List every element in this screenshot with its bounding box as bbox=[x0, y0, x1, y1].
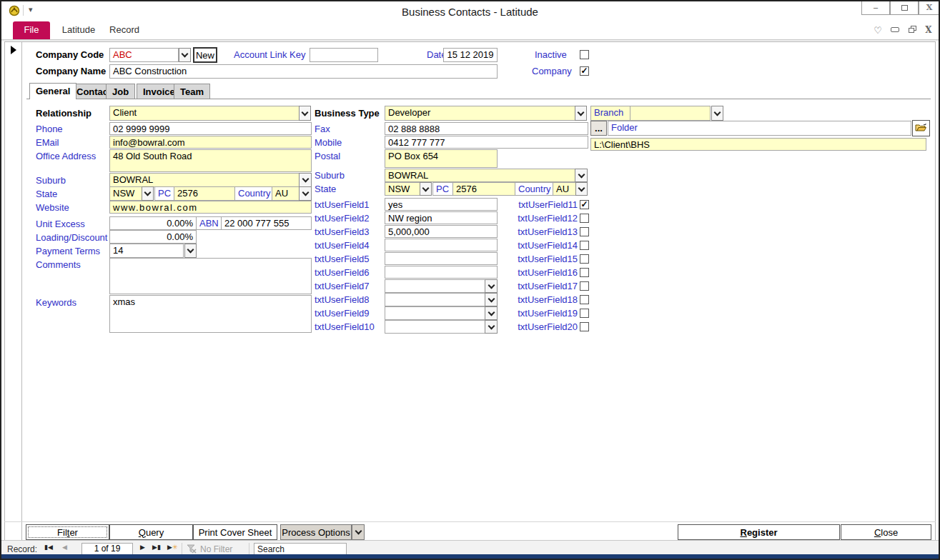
txtuserfield4-input[interactable] bbox=[385, 239, 498, 251]
txtuserfield7-combo[interactable] bbox=[385, 279, 485, 293]
company-code-dropdown-icon[interactable] bbox=[179, 48, 191, 62]
branch-combo[interactable] bbox=[630, 106, 711, 121]
process-options-combo[interactable]: Process Options bbox=[280, 524, 352, 540]
pc-input[interactable]: 2576 bbox=[174, 186, 235, 201]
relationship-combo[interactable]: Client bbox=[109, 106, 300, 121]
txtuserfield19-checkbox[interactable] bbox=[580, 309, 589, 318]
tab-team[interactable]: Team bbox=[174, 84, 210, 99]
txtuserfield8-combo[interactable] bbox=[385, 293, 485, 306]
website-input[interactable]: www.bowral.com bbox=[109, 201, 312, 214]
company-code-combo[interactable]: ABC bbox=[109, 48, 179, 62]
suburb2-dropdown-icon[interactable] bbox=[575, 169, 588, 182]
process-options-dropdown-icon[interactable] bbox=[352, 524, 365, 540]
no-filter-button[interactable]: No Filter bbox=[200, 544, 232, 554]
branch-dropdown-icon[interactable] bbox=[711, 106, 723, 121]
ribbon-tab-latitude[interactable]: Latitude bbox=[59, 21, 99, 39]
txtuserfield10-combo[interactable] bbox=[385, 320, 485, 334]
business-type-dropdown-icon[interactable] bbox=[575, 106, 587, 121]
suburb-combo[interactable]: BOWRAL bbox=[109, 173, 300, 187]
txtuserfield9-dropdown-icon[interactable] bbox=[485, 306, 498, 320]
txtuserfield13-checkbox[interactable] bbox=[580, 227, 589, 236]
txtuserfield7-dropdown-icon[interactable] bbox=[485, 279, 498, 293]
company-checkbox[interactable]: ✓ bbox=[580, 66, 589, 76]
form-restore-icon[interactable] bbox=[906, 25, 918, 35]
ribbon-tab-file[interactable]: File bbox=[13, 21, 50, 39]
suburb-dropdown-icon[interactable] bbox=[299, 173, 312, 187]
payment-terms-combo[interactable]: 14 bbox=[109, 244, 184, 258]
txtuserfield11-checkbox[interactable]: ✓ bbox=[580, 200, 589, 209]
record-nav-label: Record: bbox=[7, 544, 37, 554]
next-record-icon[interactable]: ▶ bbox=[140, 544, 145, 551]
txtuserfield18-checkbox[interactable] bbox=[580, 295, 589, 304]
folder-path-field[interactable]: L:\Client\BHS bbox=[590, 138, 926, 151]
unit-excess-input[interactable]: 0.00% bbox=[109, 216, 197, 230]
first-record-icon[interactable]: ▮◀ bbox=[44, 544, 53, 551]
payment-terms-dropdown-icon[interactable] bbox=[184, 244, 197, 258]
country2-dropdown-icon[interactable] bbox=[575, 182, 588, 196]
txtuserfield15-checkbox[interactable] bbox=[580, 254, 589, 264]
date-input[interactable]: 15 12 2019 bbox=[443, 48, 498, 62]
txtuserfield16-checkbox[interactable] bbox=[580, 268, 589, 277]
heart-icon[interactable]: ♡ bbox=[872, 25, 884, 36]
business-type-combo[interactable]: Developer bbox=[385, 106, 575, 121]
txtuserfield9-combo[interactable] bbox=[385, 306, 485, 320]
txtuserfield17-checkbox[interactable] bbox=[580, 281, 589, 291]
open-folder-button[interactable] bbox=[912, 120, 930, 136]
window-close-button[interactable]: X bbox=[919, 1, 940, 15]
record-selector-bar[interactable] bbox=[5, 42, 22, 540]
txtuserfield6-input[interactable] bbox=[385, 266, 498, 279]
office-address-input[interactable]: 48 Old South Road bbox=[109, 149, 312, 172]
postal-input[interactable]: PO Box 654 bbox=[385, 149, 498, 168]
search-input[interactable]: Search bbox=[254, 543, 347, 555]
txtuserfield1-input[interactable]: yes bbox=[385, 198, 498, 211]
window-maximize-button[interactable] bbox=[890, 1, 919, 15]
ribbon-tab-record[interactable]: Record bbox=[106, 21, 143, 39]
phone-input[interactable]: 02 9999 9999 bbox=[109, 122, 312, 135]
relationship-dropdown-icon[interactable] bbox=[299, 106, 311, 121]
txtuserfield10-dropdown-icon[interactable] bbox=[485, 320, 498, 334]
record-position-input[interactable]: 1 of 19 bbox=[81, 543, 133, 555]
txtuserfield8-dropdown-icon[interactable] bbox=[485, 293, 498, 306]
txtuserfield14-checkbox[interactable] bbox=[580, 241, 589, 250]
form-minimize-icon[interactable] bbox=[889, 25, 901, 35]
comments-input[interactable] bbox=[109, 258, 312, 294]
txtuserfield12-checkbox[interactable] bbox=[580, 214, 589, 223]
previous-record-icon[interactable]: ◀ bbox=[62, 544, 67, 551]
print-cover-sheet-button[interactable]: Print Cover Sheet bbox=[193, 524, 277, 540]
txtuserfield5-input[interactable] bbox=[385, 252, 498, 265]
account-link-key-input[interactable] bbox=[310, 48, 378, 62]
state2-dropdown-icon[interactable] bbox=[420, 182, 432, 196]
folder-browse-button[interactable]: ... bbox=[590, 121, 607, 136]
filter-button[interactable]: Filter bbox=[26, 524, 109, 540]
txtuserfield2-input[interactable]: NW region bbox=[385, 211, 498, 224]
suburb2-combo[interactable]: BOWRAL bbox=[385, 169, 575, 182]
loading-discount-input[interactable]: 0.00% bbox=[109, 230, 197, 244]
query-button[interactable]: Query bbox=[109, 524, 193, 540]
folder-field[interactable]: Folder bbox=[608, 121, 911, 136]
last-record-icon[interactable]: ▶▮ bbox=[152, 544, 161, 551]
keywords-input[interactable]: xmas bbox=[109, 295, 312, 333]
close-button[interactable]: Close bbox=[841, 524, 931, 540]
new-record-icon[interactable]: ▶✳ bbox=[167, 544, 177, 551]
tab-general[interactable]: General bbox=[29, 83, 76, 99]
txtuserfield3-input[interactable]: 5,000,000 bbox=[385, 225, 498, 238]
mobile-input[interactable]: 0412 777 777 bbox=[385, 136, 588, 149]
tab-job[interactable]: Job bbox=[106, 84, 135, 99]
pc2-input[interactable]: 2576 bbox=[452, 182, 515, 196]
email-input[interactable]: info@bowral.com bbox=[109, 136, 312, 149]
company-name-input[interactable]: ABC Construction bbox=[109, 64, 498, 79]
register-button[interactable]: Register bbox=[678, 524, 840, 540]
state-combo[interactable]: NSW bbox=[109, 186, 142, 201]
country-dropdown-icon[interactable] bbox=[299, 186, 312, 201]
abn-input[interactable]: 22 000 777 555 bbox=[221, 216, 312, 230]
new-button[interactable]: New bbox=[193, 47, 217, 63]
txtuserfield20-checkbox[interactable] bbox=[580, 322, 589, 331]
fax-input[interactable]: 02 888 8888 bbox=[385, 122, 588, 135]
inactive-checkbox[interactable] bbox=[580, 50, 589, 59]
country-input[interactable]: AU bbox=[272, 186, 300, 201]
state2-combo[interactable]: NSW bbox=[385, 182, 420, 196]
state-dropdown-icon[interactable] bbox=[142, 186, 154, 201]
form-close-icon[interactable]: X bbox=[923, 25, 934, 35]
country2-input[interactable]: AU bbox=[553, 182, 576, 196]
window-minimize-button[interactable]: – bbox=[861, 1, 890, 15]
